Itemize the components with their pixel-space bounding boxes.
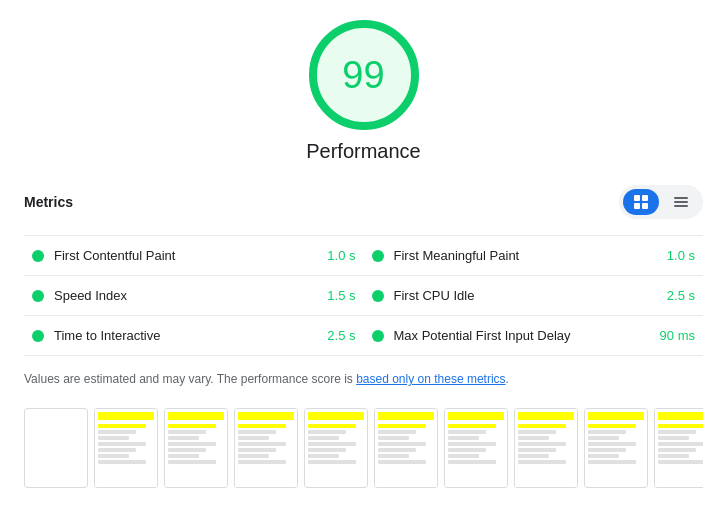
list-view-button[interactable] [663, 189, 699, 215]
filmstrip-line [168, 424, 216, 428]
filmstrip-line [588, 424, 636, 428]
filmstrip-line [308, 442, 356, 446]
metric-dot [372, 330, 384, 342]
filmstrip-line [308, 424, 356, 428]
metrics-header: Metrics [24, 179, 703, 225]
filmstrip-line [378, 424, 426, 428]
filmstrip-line [238, 454, 269, 458]
filmstrip-line [658, 436, 689, 440]
filmstrip-line [588, 460, 636, 464]
score-value: 99 [342, 54, 384, 97]
filmstrip-line [518, 424, 566, 428]
filmstrip-content [95, 409, 157, 487]
svg-rect-4 [674, 197, 688, 199]
filmstrip-line [168, 454, 199, 458]
filmstrip-line [168, 448, 206, 452]
svg-rect-3 [642, 203, 648, 209]
metric-row: Time to Interactive 2.5 s [24, 316, 364, 356]
svg-rect-1 [642, 195, 648, 201]
filmstrip-line [448, 454, 479, 458]
filmstrip-line [378, 436, 409, 440]
filmstrip-bar [518, 412, 574, 420]
filmstrip-content [305, 409, 367, 487]
metric-row: First CPU Idle 2.5 s [364, 276, 704, 316]
filmstrip-frame[interactable] [304, 408, 368, 488]
filmstrip-line [448, 430, 486, 434]
filmstrip-line [588, 448, 626, 452]
metric-name: Time to Interactive [54, 328, 319, 343]
svg-rect-5 [674, 201, 688, 203]
filmstrip-line [238, 424, 286, 428]
filmstrip-bar [378, 412, 434, 420]
filmstrip-bar [588, 412, 644, 420]
metric-row: First Meaningful Paint 1.0 s [364, 236, 704, 276]
filmstrip-frame[interactable] [164, 408, 228, 488]
filmstrip-line [588, 436, 619, 440]
filmstrip-bar [98, 412, 154, 420]
filmstrip-content [445, 409, 507, 487]
metric-name: First CPU Idle [394, 288, 659, 303]
metric-row: Speed Index 1.5 s [24, 276, 364, 316]
score-section: 99 Performance [24, 20, 703, 163]
filmstrip-line [168, 436, 199, 440]
filmstrip-line [378, 430, 416, 434]
footer-text-before: Values are estimated and may vary. The p… [24, 372, 356, 386]
filmstrip-content [585, 409, 647, 487]
filmstrip-line [448, 442, 496, 446]
svg-rect-0 [634, 195, 640, 201]
metric-value: 1.5 s [327, 288, 355, 303]
filmstrip-line [658, 454, 689, 458]
footer-link[interactable]: based only on these metrics [356, 372, 505, 386]
filmstrip-content [655, 409, 703, 487]
metric-name: Max Potential First Input Delay [394, 328, 652, 343]
grid-view-button[interactable] [623, 189, 659, 215]
filmstrip-line [238, 460, 286, 464]
filmstrip-line [518, 430, 556, 434]
filmstrip-line [98, 448, 136, 452]
filmstrip-frame[interactable] [24, 408, 88, 488]
filmstrip-line [308, 448, 346, 452]
view-toggle [619, 185, 703, 219]
filmstrip-bar [308, 412, 364, 420]
filmstrip-line [308, 454, 339, 458]
footer-note: Values are estimated and may vary. The p… [24, 370, 703, 388]
filmstrip-line [308, 430, 346, 434]
filmstrip-line [518, 442, 566, 446]
filmstrip-frame[interactable] [374, 408, 438, 488]
filmstrip-line [588, 430, 626, 434]
filmstrip-line [98, 430, 136, 434]
filmstrip-line [238, 442, 286, 446]
filmstrip-content [165, 409, 227, 487]
filmstrip-frame[interactable] [94, 408, 158, 488]
list-icon [673, 194, 689, 210]
footer-text-after: . [506, 372, 509, 386]
filmstrip-line [238, 448, 276, 452]
filmstrip-line [308, 436, 339, 440]
filmstrip-frame[interactable] [654, 408, 703, 488]
filmstrip-frame[interactable] [444, 408, 508, 488]
filmstrip-line [238, 436, 269, 440]
score-circle: 99 [309, 20, 419, 130]
filmstrip-line [588, 454, 619, 458]
filmstrip-line [378, 442, 426, 446]
filmstrip-content [235, 409, 297, 487]
filmstrip-line [238, 430, 276, 434]
filmstrip-frame[interactable] [584, 408, 648, 488]
filmstrip-line [98, 454, 129, 458]
metrics-title: Metrics [24, 194, 73, 210]
filmstrip-content [515, 409, 577, 487]
grid-icon [633, 194, 649, 210]
metric-name: Speed Index [54, 288, 319, 303]
svg-rect-6 [674, 205, 688, 207]
filmstrip-frame[interactable] [514, 408, 578, 488]
filmstrip-frame[interactable] [234, 408, 298, 488]
filmstrip-content [25, 409, 87, 487]
filmstrip [24, 404, 703, 492]
filmstrip-line [448, 424, 496, 428]
metric-value: 2.5 s [667, 288, 695, 303]
svg-rect-2 [634, 203, 640, 209]
metric-dot [372, 290, 384, 302]
score-label: Performance [306, 140, 421, 163]
filmstrip-line [378, 460, 426, 464]
filmstrip-line [658, 460, 703, 464]
